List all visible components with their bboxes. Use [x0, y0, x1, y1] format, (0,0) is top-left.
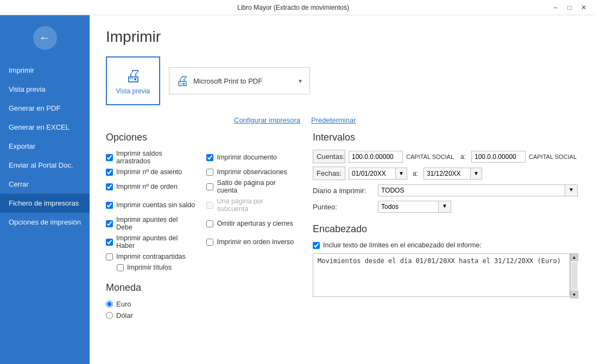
printer-icon: 🖨 — [176, 73, 189, 88]
sidebar-item-fichero-impresoras[interactable]: Fichero de impresoras — [0, 194, 90, 213]
app-body: ← Imprimir Vista previa Generar en PDF G… — [0, 15, 594, 364]
check-saldos-arrastrados-input[interactable] — [106, 154, 113, 161]
restore-button[interactable]: □ — [564, 3, 576, 12]
fechas-from-arrow[interactable]: ▼ — [395, 168, 407, 179]
scrollbar-down[interactable]: ▼ — [571, 291, 578, 298]
check-contrapartidas-input[interactable] — [106, 253, 113, 260]
check-omitir: Omitir aperturas y cierres — [206, 216, 296, 231]
cuentas-from-input[interactable] — [349, 151, 403, 163]
encabezado-scrollbar: ▲ ▼ — [570, 253, 578, 298]
sidebar-item-vista-previa[interactable]: Vista previa — [0, 80, 90, 99]
title-bar: Libro Mayor (Extracto de movimientos) – … — [0, 0, 594, 15]
predeterminar-link[interactable]: Predeterminar — [311, 116, 356, 124]
radio-dolar-input[interactable] — [106, 312, 113, 319]
minimize-button[interactable]: – — [549, 3, 561, 12]
main-content: Imprimir 🖨 Vista previa 🖨 Microsoft Prin… — [90, 15, 594, 364]
punteo-select[interactable]: Todos — [378, 201, 438, 212]
page-title: Imprimir — [106, 28, 578, 46]
encabezado-section: Encabezado Incluir texto de límites en e… — [313, 223, 578, 298]
punteo-select-group: Todos ▼ — [378, 201, 451, 213]
check-contrapartidas-label: Imprimir contrapartidas — [116, 253, 186, 260]
check-haber-input[interactable] — [106, 239, 113, 246]
check-documento-label: Imprimir documento — [217, 154, 276, 161]
check-inverso-input[interactable] — [206, 239, 213, 246]
col-right: Intervalos Cuentas: CAPITAL SOCIAL a: CA… — [313, 132, 578, 323]
radio-dolar-label: Dólar — [116, 311, 133, 320]
window-controls: – □ ✕ — [549, 3, 590, 12]
fechas-from-input[interactable] — [349, 168, 395, 179]
check-sin-saldo-label: Imprimir cuentas sin saldo — [116, 201, 195, 209]
fechas-row: Fechas: ▼ a: ▼ — [313, 167, 578, 180]
check-titulos: Imprimir títulos — [106, 264, 195, 271]
check-saldos-arrastrados: Imprimir saldos arrastrados — [106, 150, 195, 165]
fechas-from-group: ▼ — [349, 168, 407, 180]
check-debe-label: Imprimir apuntes del Debe — [116, 216, 195, 231]
sidebar-item-cerrar[interactable]: Cerrar — [0, 175, 90, 194]
check-documento: Imprimir documento — [206, 150, 296, 165]
check-omitir-input[interactable] — [206, 220, 213, 227]
configurar-link[interactable]: Configurar impresora — [234, 116, 300, 124]
radio-euro-input[interactable] — [106, 301, 113, 308]
fechas-to-arrow[interactable]: ▼ — [470, 168, 482, 179]
fechas-to-input[interactable] — [424, 168, 470, 179]
sidebar-item-generar-pdf[interactable]: Generar en PDF — [0, 99, 90, 118]
check-sin-saldo: Imprimir cuentas sin saldo — [106, 197, 195, 213]
cuentas-from-text: CAPITAL SOCIAL — [406, 154, 455, 160]
scrollbar-up[interactable]: ▲ — [571, 253, 578, 261]
options-grid: Imprimir saldos arrastrados Imprimir doc… — [106, 150, 296, 271]
col-left: Opciones Imprimir saldos arrastrados Imp… — [106, 132, 296, 323]
fechas-label: Fechas: — [313, 167, 345, 180]
sidebar-item-generar-excel[interactable]: Generar en EXCEL — [0, 118, 90, 137]
preview-button[interactable]: 🖨 Vista previa — [106, 56, 160, 105]
check-haber: Imprimir apuntes del Haber — [106, 234, 195, 250]
radio-dolar: Dólar — [106, 311, 296, 320]
printer-select[interactable]: 🖨 Microsoft Print to PDF ▼ — [169, 67, 310, 94]
diario-select[interactable]: TODOS — [378, 185, 565, 196]
check-sin-saldo-input[interactable] — [106, 202, 113, 209]
punteo-arrow: ▼ — [438, 201, 451, 212]
check-observaciones-input[interactable] — [206, 169, 213, 176]
check-titulos-input[interactable] — [117, 264, 124, 271]
fechas-to-group: ▼ — [424, 168, 482, 180]
moneda-title: Moneda — [106, 282, 296, 293]
check-documento-input[interactable] — [206, 154, 213, 161]
check-observaciones-label: Imprimir observaciones — [217, 168, 287, 176]
close-button[interactable]: ✕ — [578, 3, 590, 12]
printer-name: Microsoft Print to PDF — [193, 77, 293, 85]
encabezado-textarea[interactable]: Movimientos desde el día 01/01/20XX hast… — [313, 253, 570, 297]
printer-dropdown-arrow: ▼ — [298, 78, 303, 84]
opciones-title: Opciones — [106, 132, 296, 143]
window-title: Libro Mayor (Extracto de movimientos) — [37, 4, 549, 11]
preview-label: Vista previa — [116, 87, 150, 95]
back-button[interactable]: ← — [33, 26, 57, 50]
radio-euro-label: Euro — [116, 300, 131, 308]
check-salto-pagina: Salto de página por cuenta — [206, 179, 296, 194]
cuentas-to-text: CAPITAL SOCIAL — [529, 154, 578, 160]
check-debe-input[interactable] — [106, 220, 113, 227]
check-asiento-input[interactable] — [106, 169, 113, 176]
diario-arrow: ▼ — [565, 185, 577, 196]
encabezado-title: Encabezado — [313, 223, 578, 235]
cuentas-to-input[interactable] — [471, 151, 526, 163]
preview-icon: 🖨 — [125, 67, 141, 85]
links-row: Configurar impresora Predeterminar — [106, 116, 578, 124]
check-saldos-arrastrados-label: Imprimir saldos arrastrados — [116, 150, 195, 165]
check-orden-input[interactable] — [106, 183, 113, 190]
check-asiento-label: Imprimir nº de asiento — [116, 168, 182, 176]
encabezado-checkbox[interactable] — [313, 242, 320, 249]
sidebar-item-enviar-portal[interactable]: Enviar al Portal Doc. — [0, 156, 90, 175]
check-empty — [206, 253, 296, 260]
check-contrapartidas: Imprimir contrapartidas — [106, 253, 195, 260]
check-titulos-label: Imprimir títulos — [127, 264, 172, 271]
sidebar-item-imprimir[interactable]: Imprimir — [0, 61, 90, 80]
check-salto-pagina-input[interactable] — [206, 183, 213, 190]
check-asiento: Imprimir nº de asiento — [106, 168, 195, 176]
intervalos-title: Intervalos — [313, 132, 578, 143]
check-una-pagina: Una página por subcuenta — [206, 197, 296, 213]
check-haber-label: Imprimir apuntes del Haber — [116, 234, 195, 250]
punteo-label: Punteo: — [313, 203, 372, 211]
sidebar-item-exportar[interactable]: Exportar — [0, 137, 90, 156]
radio-euro: Euro — [106, 300, 296, 308]
encabezado-check-row: Incluir texto de límites en el encabezad… — [313, 241, 578, 249]
sidebar-item-opciones-impresion[interactable]: Opciones de impresión — [0, 213, 90, 232]
